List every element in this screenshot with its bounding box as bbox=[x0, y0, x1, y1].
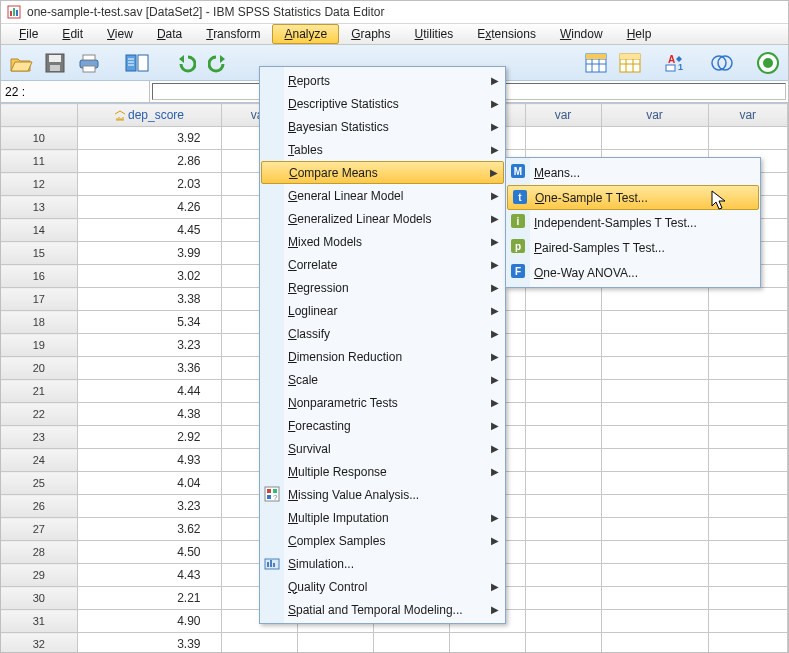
empty-cell[interactable] bbox=[525, 495, 601, 518]
menu-transform[interactable]: Transform bbox=[194, 24, 272, 44]
menu-extensions[interactable]: Extensions bbox=[465, 24, 548, 44]
menu-item-multiple-response[interactable]: Multiple Response▶ bbox=[260, 460, 505, 483]
empty-cell[interactable] bbox=[708, 403, 788, 426]
column-header-var[interactable]: var bbox=[601, 104, 708, 127]
data-cell[interactable]: 3.92 bbox=[77, 127, 221, 150]
empty-cell[interactable] bbox=[525, 518, 601, 541]
row-header[interactable]: 23 bbox=[1, 426, 77, 449]
data-cell[interactable]: 3.39 bbox=[77, 633, 221, 654]
submenu-item-means[interactable]: MMeans... bbox=[506, 160, 760, 185]
menu-graphs[interactable]: Graphs bbox=[339, 24, 402, 44]
menu-item-general-linear-model[interactable]: General Linear Model▶ bbox=[260, 184, 505, 207]
empty-cell[interactable] bbox=[525, 541, 601, 564]
menu-item-complex-samples[interactable]: Complex Samples▶ bbox=[260, 529, 505, 552]
empty-cell[interactable] bbox=[708, 311, 788, 334]
empty-cell[interactable] bbox=[708, 426, 788, 449]
menu-file[interactable]: File bbox=[7, 24, 50, 44]
menu-data[interactable]: Data bbox=[145, 24, 194, 44]
row-header[interactable]: 16 bbox=[1, 265, 77, 288]
empty-cell[interactable] bbox=[708, 495, 788, 518]
data-cell[interactable]: 4.38 bbox=[77, 403, 221, 426]
menu-item-bayesian-statistics[interactable]: Bayesian Statistics▶ bbox=[260, 115, 505, 138]
empty-cell[interactable] bbox=[708, 380, 788, 403]
data-cell[interactable]: 3.38 bbox=[77, 288, 221, 311]
data-cell[interactable]: 3.36 bbox=[77, 357, 221, 380]
empty-cell[interactable] bbox=[525, 380, 601, 403]
menu-item-dimension-reduction[interactable]: Dimension Reduction▶ bbox=[260, 345, 505, 368]
column-header-var[interactable]: var bbox=[708, 104, 788, 127]
empty-cell[interactable] bbox=[601, 587, 708, 610]
menu-help[interactable]: Help bbox=[615, 24, 664, 44]
column-header-var[interactable]: var bbox=[525, 104, 601, 127]
empty-cell[interactable] bbox=[525, 403, 601, 426]
menu-item-compare-means[interactable]: Compare Means▶ bbox=[261, 161, 504, 184]
data-cell[interactable]: 4.44 bbox=[77, 380, 221, 403]
empty-cell[interactable] bbox=[601, 472, 708, 495]
empty-cell[interactable] bbox=[601, 633, 708, 654]
menu-edit[interactable]: Edit bbox=[50, 24, 95, 44]
empty-cell[interactable] bbox=[601, 426, 708, 449]
row-header[interactable]: 14 bbox=[1, 219, 77, 242]
data-cell[interactable]: 4.93 bbox=[77, 449, 221, 472]
data-cell[interactable]: 3.62 bbox=[77, 518, 221, 541]
empty-cell[interactable] bbox=[525, 472, 601, 495]
data-cell[interactable]: 4.43 bbox=[77, 564, 221, 587]
empty-cell[interactable] bbox=[525, 426, 601, 449]
print-button[interactable] bbox=[75, 49, 103, 77]
row-header[interactable]: 26 bbox=[1, 495, 77, 518]
empty-cell[interactable] bbox=[525, 564, 601, 587]
row-header[interactable]: 19 bbox=[1, 334, 77, 357]
empty-cell[interactable] bbox=[708, 449, 788, 472]
menu-item-simulation[interactable]: Simulation... bbox=[260, 552, 505, 575]
empty-cell[interactable] bbox=[601, 357, 708, 380]
empty-cell[interactable] bbox=[525, 633, 601, 654]
menu-item-nonparametric-tests[interactable]: Nonparametric Tests▶ bbox=[260, 391, 505, 414]
data-cell[interactable]: 5.34 bbox=[77, 311, 221, 334]
empty-cell[interactable] bbox=[708, 334, 788, 357]
row-header[interactable]: 11 bbox=[1, 150, 77, 173]
data-cell[interactable]: 2.86 bbox=[77, 150, 221, 173]
data-cell[interactable]: 4.04 bbox=[77, 472, 221, 495]
menu-item-classify[interactable]: Classify▶ bbox=[260, 322, 505, 345]
add-button[interactable] bbox=[754, 49, 782, 77]
save-button[interactable] bbox=[41, 49, 69, 77]
data-cell[interactable]: 2.03 bbox=[77, 173, 221, 196]
menu-item-multiple-imputation[interactable]: Multiple Imputation▶ bbox=[260, 506, 505, 529]
row-header[interactable]: 10 bbox=[1, 127, 77, 150]
data-cell[interactable]: 2.92 bbox=[77, 426, 221, 449]
empty-cell[interactable] bbox=[525, 334, 601, 357]
grid2-button[interactable] bbox=[616, 49, 644, 77]
menu-item-regression[interactable]: Regression▶ bbox=[260, 276, 505, 299]
empty-cell[interactable] bbox=[525, 311, 601, 334]
empty-cell[interactable] bbox=[601, 518, 708, 541]
sets-button[interactable] bbox=[708, 49, 736, 77]
redo-button[interactable] bbox=[205, 49, 233, 77]
menu-utilities[interactable]: Utilities bbox=[403, 24, 466, 44]
empty-cell[interactable] bbox=[708, 587, 788, 610]
data-cell[interactable]: 3.02 bbox=[77, 265, 221, 288]
empty-cell[interactable] bbox=[525, 449, 601, 472]
empty-cell[interactable] bbox=[708, 518, 788, 541]
data-cell[interactable]: 3.23 bbox=[77, 334, 221, 357]
empty-cell[interactable] bbox=[601, 127, 708, 150]
row-header[interactable]: 15 bbox=[1, 242, 77, 265]
row-header[interactable]: 13 bbox=[1, 196, 77, 219]
empty-cell[interactable] bbox=[601, 288, 708, 311]
grid1-button[interactable] bbox=[582, 49, 610, 77]
row-header[interactable]: 29 bbox=[1, 564, 77, 587]
empty-cell[interactable] bbox=[708, 357, 788, 380]
row-header[interactable]: 22 bbox=[1, 403, 77, 426]
empty-cell[interactable] bbox=[525, 357, 601, 380]
row-header[interactable]: 12 bbox=[1, 173, 77, 196]
empty-cell[interactable] bbox=[525, 288, 601, 311]
empty-cell[interactable] bbox=[601, 311, 708, 334]
empty-cell[interactable] bbox=[601, 610, 708, 633]
data-cell[interactable]: 4.90 bbox=[77, 610, 221, 633]
menu-item-tables[interactable]: Tables▶ bbox=[260, 138, 505, 161]
menu-item-mixed-models[interactable]: Mixed Models▶ bbox=[260, 230, 505, 253]
data-cell[interactable]: 3.23 bbox=[77, 495, 221, 518]
menu-item-scale[interactable]: Scale▶ bbox=[260, 368, 505, 391]
menu-analyze[interactable]: Analyze bbox=[272, 24, 339, 44]
empty-cell[interactable] bbox=[601, 564, 708, 587]
data-cell[interactable]: 4.45 bbox=[77, 219, 221, 242]
